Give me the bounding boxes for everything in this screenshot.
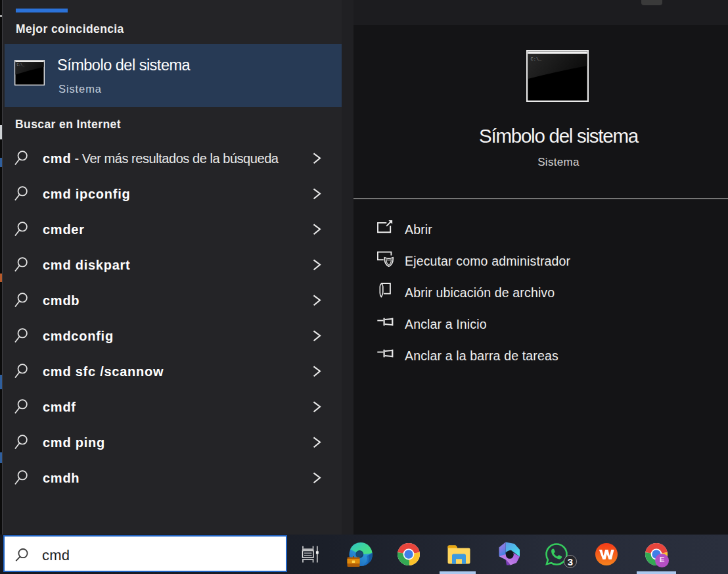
svg-text:C:\_: C:\_: [531, 57, 543, 62]
svg-text:C:\_: C:\_: [17, 63, 25, 66]
